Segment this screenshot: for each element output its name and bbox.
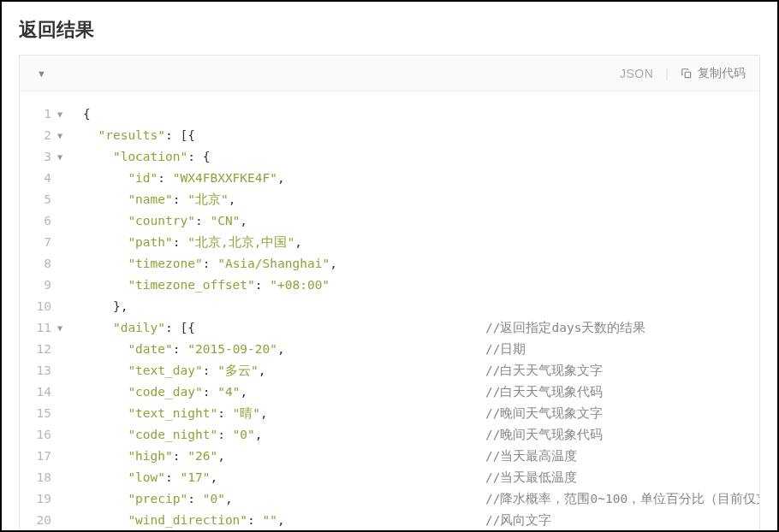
code-line: "text_day": "多云",//白天天气现象文字 bbox=[83, 360, 759, 381]
code-area: 1▼2▼3▼4567891011▼121314151617181920 { "r… bbox=[20, 92, 759, 531]
code-line: { bbox=[83, 103, 759, 125]
line-number: 9 bbox=[20, 275, 69, 296]
copy-code-label: 复制代码 bbox=[698, 66, 746, 81]
fold-toggle-icon[interactable]: ▼ bbox=[56, 103, 64, 125]
svg-rect-0 bbox=[685, 72, 690, 77]
line-number: 5 bbox=[20, 189, 69, 210]
line-number: 4 bbox=[20, 168, 69, 189]
copy-code-button[interactable]: 复制代码 bbox=[681, 66, 746, 81]
code-line: "daily": [{//返回指定days天数的结果 bbox=[83, 317, 759, 339]
line-number: 12 bbox=[20, 339, 69, 360]
line-number: 13 bbox=[20, 360, 69, 381]
line-number: 20 bbox=[20, 510, 69, 531]
code-line: "code_night": "0",//晚间天气现象代码 bbox=[83, 424, 759, 446]
line-number: 1▼ bbox=[20, 103, 69, 125]
code-comment: //返回指定days天数的结果 bbox=[485, 317, 645, 339]
code-comment: //日期 bbox=[485, 339, 526, 360]
line-number: 6 bbox=[20, 210, 69, 232]
code-comment: //风向文字 bbox=[485, 510, 551, 531]
code-line: "high": "26",//当天最高温度 bbox=[83, 446, 759, 467]
line-number: 2▼ bbox=[20, 125, 69, 146]
fold-toggle-icon[interactable]: ▼ bbox=[56, 125, 64, 146]
fold-toggle-icon[interactable]: ▼ bbox=[56, 317, 64, 339]
line-number: 3▼ bbox=[20, 146, 69, 168]
code-comment: //白天天气现象文字 bbox=[485, 360, 603, 381]
line-number: 16 bbox=[20, 424, 69, 446]
code-comment: //当天最高温度 bbox=[485, 446, 577, 467]
line-number: 19 bbox=[20, 488, 69, 510]
code-comment: //晚间天气现象代码 bbox=[485, 424, 603, 446]
toolbar-divider: | bbox=[665, 67, 669, 80]
chevron-down-icon[interactable]: ▼ bbox=[37, 68, 46, 79]
line-number: 15 bbox=[20, 403, 69, 424]
line-number-gutter: 1▼2▼3▼4567891011▼121314151617181920 bbox=[20, 103, 69, 531]
line-number: 11▼ bbox=[20, 317, 69, 339]
code-line: "text_night": "晴",//晚间天气现象文字 bbox=[83, 403, 759, 424]
code-line: "date": "2015-09-20",//日期 bbox=[83, 339, 759, 360]
code-line: "name": "北京", bbox=[83, 189, 759, 210]
code-comment: //白天天气现象代码 bbox=[485, 381, 603, 403]
code-line: }, bbox=[83, 296, 759, 317]
code-line: "results": [{ bbox=[83, 125, 759, 146]
code-panel: ▼ JSON | 复制代码 1▼2▼3▼4567891011▼121314151 bbox=[19, 55, 760, 532]
code-comment: //当天最低温度 bbox=[485, 467, 577, 488]
code-line: "wind_direction": "",//风向文字 bbox=[83, 510, 759, 531]
code-line: "location": { bbox=[83, 146, 759, 168]
code-line: "id": "WX4FBXXFKE4F", bbox=[83, 168, 759, 189]
code-toolbar: ▼ JSON | 复制代码 bbox=[20, 56, 759, 92]
line-number: 17 bbox=[20, 446, 69, 467]
code-line: "country": "CN", bbox=[83, 210, 759, 232]
code-line: "precip": "0",//降水概率，范围0~100，单位百分比（目前仅支持… bbox=[83, 488, 759, 510]
line-number: 8 bbox=[20, 253, 69, 275]
copy-icon bbox=[681, 68, 693, 80]
code-comment: //晚间天气现象文字 bbox=[485, 403, 603, 424]
code-line: "timezone_offset": "+08:00" bbox=[83, 275, 759, 296]
code-comment: //降水概率，范围0~100，单位百分比（目前仅支持国外城 bbox=[485, 488, 759, 510]
json-format-label[interactable]: JSON bbox=[620, 67, 653, 80]
code-lines[interactable]: { "results": [{ "location": { "id": "WX4… bbox=[69, 103, 759, 531]
code-line: "low": "17",//当天最低温度 bbox=[83, 467, 759, 488]
code-line: "code_day": "4",//白天天气现象代码 bbox=[83, 381, 759, 403]
line-number: 10 bbox=[20, 296, 69, 317]
code-line: "path": "北京,北京,中国", bbox=[83, 232, 759, 253]
line-number: 18 bbox=[20, 467, 69, 488]
page-title: 返回结果 bbox=[19, 17, 760, 43]
line-number: 14 bbox=[20, 381, 69, 403]
line-number: 7 bbox=[20, 232, 69, 253]
fold-toggle-icon[interactable]: ▼ bbox=[56, 146, 64, 168]
code-line: "timezone": "Asia/Shanghai", bbox=[83, 253, 759, 275]
